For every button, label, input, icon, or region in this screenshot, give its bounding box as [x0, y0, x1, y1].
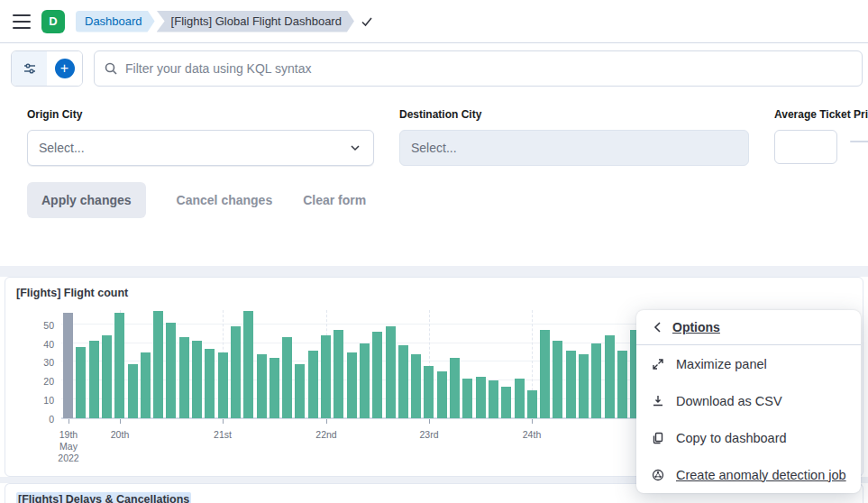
x-tick [532, 419, 533, 424]
x-axis-label: 23rd [419, 429, 438, 441]
panel-gap [0, 266, 868, 277]
menu-item-label: Copy to dashboard [676, 431, 787, 445]
flight-count-bar[interactable] [231, 326, 241, 418]
origin-city-placeholder: Select... [39, 141, 85, 155]
flight-count-bar[interactable] [295, 364, 305, 419]
flight-count-bar[interactable] [257, 354, 267, 418]
flight-count-bar[interactable] [166, 323, 176, 418]
flight-count-bar[interactable] [386, 326, 396, 418]
check-icon[interactable] [360, 14, 374, 29]
flight-count-bar[interactable] [76, 347, 86, 418]
menu-item-label: Download as CSV [676, 394, 782, 408]
menu-item-download-csv[interactable]: Download as CSV [636, 382, 861, 419]
y-axis-label: 30 [18, 357, 54, 368]
chevron-down-icon [348, 141, 362, 155]
flight-count-bar[interactable] [411, 354, 421, 418]
flight-count-bar[interactable] [179, 337, 189, 418]
flight-count-bar[interactable] [566, 351, 576, 418]
y-axis-label: 10 [18, 395, 54, 406]
flight-count-bar[interactable] [192, 341, 202, 418]
flight-count-bar[interactable] [205, 349, 215, 418]
menu-icon[interactable] [13, 14, 31, 29]
flight-count-bar[interactable] [591, 343, 601, 418]
flight-count-bar[interactable] [102, 335, 112, 418]
y-axis-label: 20 [18, 376, 54, 387]
flight-count-bar[interactable] [333, 330, 343, 418]
menu-item-copy-to-dashboard[interactable]: Copy to dashboard [636, 419, 861, 456]
flight-count-bar[interactable] [579, 354, 589, 418]
flight-count-bar[interactable] [476, 377, 486, 418]
menu-item-maximize-panel[interactable]: Maximize panel [636, 345, 861, 382]
x-axis-label: 22nd [315, 429, 336, 441]
price-range-slider[interactable] [850, 130, 868, 142]
flight-count-bar[interactable] [553, 341, 562, 418]
avg-ticket-price-label: Average Ticket Price [774, 108, 868, 121]
flight-count-bar[interactable] [218, 352, 228, 418]
flight-count-bar[interactable] [63, 313, 73, 418]
menu-item-create-anomaly-job[interactable]: Create anomaly detection job [636, 456, 861, 493]
y-axis-label: 40 [18, 339, 54, 350]
flight-count-bar[interactable] [321, 335, 331, 418]
flight-count-bar[interactable] [462, 379, 472, 418]
flight-count-bar[interactable] [424, 366, 434, 418]
filter-row: + [0, 43, 868, 94]
flight-count-bar[interactable] [360, 343, 370, 418]
flight-count-bar[interactable] [605, 335, 615, 418]
flight-count-bar[interactable] [128, 364, 138, 419]
flight-count-bar[interactable] [141, 352, 151, 418]
flight-count-bar[interactable] [372, 332, 382, 418]
y-axis-label: 50 [18, 320, 54, 331]
flight-count-bar[interactable] [270, 358, 279, 418]
cancel-changes-button[interactable]: Cancel changes [177, 193, 273, 207]
x-tick [429, 419, 430, 424]
download-icon [651, 394, 665, 408]
destination-city-placeholder: Select... [411, 141, 457, 155]
breadcrumb-current[interactable]: [Flights] Global Flight Dashboard [157, 11, 354, 32]
flight-count-bar[interactable] [398, 345, 408, 418]
menu-item-label: Maximize panel [676, 357, 767, 371]
kql-search-bar[interactable] [94, 50, 863, 87]
origin-city-label: Origin City [27, 108, 374, 121]
clear-form-button[interactable]: Clear form [303, 193, 366, 207]
flight-count-bar[interactable] [243, 311, 253, 418]
x-tick [223, 419, 224, 424]
flight-count-bar[interactable] [437, 371, 447, 418]
flight-count-bar[interactable] [489, 380, 498, 418]
origin-city-select[interactable]: Select... [27, 130, 374, 166]
flight-count-bar[interactable] [617, 351, 627, 418]
apply-changes-button[interactable]: Apply changes [27, 182, 146, 218]
flight-count-bar[interactable] [515, 379, 525, 418]
search-input[interactable] [125, 61, 853, 76]
flight-count-bar[interactable] [540, 330, 550, 418]
flight-count-bar[interactable] [527, 390, 537, 418]
controls-icon [23, 61, 37, 76]
options-back-button[interactable]: Options [636, 310, 861, 345]
flight-count-bar[interactable] [114, 313, 124, 418]
flight-count-bar[interactable] [153, 311, 163, 418]
x-tick [69, 419, 69, 424]
flight-count-bar[interactable] [308, 351, 318, 418]
panel-options-popover: Options Maximize panel Download as CSV C… [636, 310, 861, 493]
x-axis-label: 21st [214, 429, 232, 441]
price-min-input[interactable] [774, 130, 837, 164]
x-axis-label: 19th May 2022 [58, 429, 78, 464]
x-axis-label: 20th [111, 429, 129, 441]
flight-count-bar[interactable] [89, 341, 99, 418]
breadcrumb-dashboard[interactable]: Dashboard [76, 11, 155, 32]
destination-city-select[interactable]: Select... [399, 130, 749, 166]
add-control-button[interactable]: + [47, 51, 82, 86]
dashboard-controls: Origin City Select... Destination City S… [0, 94, 868, 266]
flight-count-bar[interactable] [347, 352, 357, 418]
flight-count-bar[interactable] [501, 387, 511, 418]
search-icon [104, 61, 118, 76]
filters-button[interactable] [12, 51, 47, 86]
flight-count-bar[interactable] [282, 337, 292, 418]
copy-icon [651, 431, 665, 445]
flight-count-title[interactable]: [Flights] Flight count [5, 278, 863, 299]
space-avatar[interactable]: D [41, 10, 65, 33]
ml-icon [651, 468, 665, 482]
flight-count-bar[interactable] [450, 358, 460, 418]
chevron-left-icon [651, 320, 665, 334]
top-header: D Dashboard [Flights] Global Flight Dash… [0, 0, 868, 43]
filter-control-group: + [11, 50, 83, 87]
